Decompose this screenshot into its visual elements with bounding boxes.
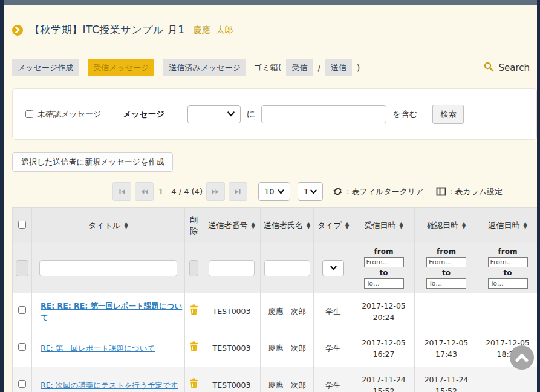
confirmed-cell: 2017-12-05 17:43: [415, 330, 478, 367]
sender-name-filter-input[interactable]: [264, 260, 310, 276]
table-tools-legend: : 表フィルタークリア : 表カラム設定: [333, 186, 503, 197]
header-link-surname[interactable]: 慶應: [194, 25, 210, 36]
sort-icon: ▲▼: [523, 222, 527, 229]
unread-only-checkbox[interactable]: [25, 110, 33, 118]
sender-no-filter-input[interactable]: [209, 260, 255, 276]
unread-only-label: 未確認メッセージ: [37, 109, 101, 120]
message-title-link[interactable]: RE: RE: RE: 第一回レポート課題について: [41, 301, 182, 322]
filter-clear-label: : 表フィルタークリア: [346, 186, 424, 197]
sender-no-cell: TEST0003: [203, 330, 261, 367]
confirmed-cell: [415, 293, 478, 330]
trash-icon[interactable]: [189, 341, 198, 352]
header-sender-no[interactable]: 送信者番号▲▼: [203, 208, 261, 243]
page-range-label: 1 - 4 / 4 (4): [158, 187, 203, 196]
trash-label-open: ゴミ箱(: [253, 62, 281, 73]
row-checkbox[interactable]: [18, 306, 26, 314]
trash-sent-button[interactable]: 送信: [325, 59, 352, 76]
sent-tab[interactable]: 送信済みメッセージ: [163, 59, 246, 76]
title-filter-input[interactable]: [39, 260, 177, 276]
confirmed-cell: 2017-11-24 15:52: [415, 367, 478, 392]
replied-to-input[interactable]: [488, 278, 528, 289]
sort-icon: ▲▼: [462, 222, 466, 229]
search-toggle[interactable]: Search: [484, 62, 530, 74]
header-select-all: [13, 208, 32, 243]
table-row: RE: 次回の講義にテストを行う予定です TEST0003 慶應 次郎 学生 2…: [13, 367, 538, 392]
pagination-bar: 1 - 4 / 4 (4) 10 1 : 表フィルタークリア: [112, 182, 537, 201]
received-to-input[interactable]: [364, 278, 404, 289]
refresh-icon[interactable]: [333, 186, 343, 197]
sort-icon: ▲▼: [345, 222, 349, 229]
table-row: RE: 第一回レポート課題について TEST0003 慶應 次郎 学生 2017…: [13, 330, 538, 367]
chevron-right-circle-icon: [12, 25, 23, 36]
select-all-checkbox[interactable]: [18, 221, 26, 229]
message-toolbar: メッセージ作成 受信メッセージ 送信済みメッセージ ゴミ箱( 受信 / 送信 )…: [12, 59, 537, 76]
trash-icon[interactable]: [189, 378, 198, 389]
page-size-select[interactable]: 10: [258, 182, 290, 201]
header-type[interactable]: タイプ▲▼: [314, 208, 353, 243]
confirmed-from-input[interactable]: [426, 257, 466, 267]
sender-name-cell: 慶應 次郎: [261, 330, 314, 367]
previous-page-button[interactable]: [135, 182, 154, 201]
message-filter-panel: 未確認メッセージ メッセージ に を含む 検索: [12, 88, 537, 140]
header-title[interactable]: タイトル▲▼: [32, 208, 185, 243]
chevron-up-icon: [515, 353, 529, 362]
sort-icon: ▲▼: [251, 222, 255, 229]
inbox-tab[interactable]: 受信メッセージ: [88, 59, 154, 76]
message-title-link[interactable]: RE: 次回の講義にテストを行う予定です: [41, 381, 178, 390]
header-received[interactable]: 受信日時▲▼: [353, 208, 415, 243]
contains-label: を含む: [392, 109, 417, 120]
trash-group: ゴミ箱( 受信 / 送信 ): [253, 59, 360, 76]
new-message-to-selected-button[interactable]: 選択した送信者に新規メッセージを作成: [12, 152, 173, 172]
next-page-button[interactable]: [206, 182, 225, 201]
sender-name-cell: 慶應 次郎: [261, 367, 314, 392]
search-label: Search: [498, 62, 530, 73]
page-number-value: 1: [304, 187, 308, 196]
message-title-link[interactable]: RE: 第一回レポート課題について: [41, 344, 155, 353]
window-top-bar: [0, 0, 540, 5]
scroll-to-top-button[interactable]: [510, 345, 534, 370]
replied-from-input[interactable]: [488, 257, 528, 267]
received-cell: 2017-12-05 20:24: [353, 293, 415, 330]
trash-received-button[interactable]: 受信: [286, 59, 313, 76]
first-page-button[interactable]: [112, 182, 131, 201]
table-header-row: タイトル▲▼ 削除 送信者番号▲▼ 送信者氏名▲▼ タイプ▲▼ 受信日時▲▼ 確…: [13, 208, 538, 243]
sender-no-cell: TEST0003: [203, 293, 261, 330]
received-from-input[interactable]: [364, 257, 404, 267]
table-filter-row: from to from to from: [13, 243, 538, 293]
message-field-select[interactable]: [187, 105, 241, 123]
filter-delete-placeholder: [189, 260, 198, 276]
replied-date-filter: from to: [480, 247, 536, 289]
row-checkbox[interactable]: [18, 343, 26, 351]
page-number-select[interactable]: 1: [298, 182, 323, 201]
trash-icon[interactable]: [189, 304, 198, 315]
confirmed-date-filter: from to: [416, 247, 477, 289]
received-date-filter: from to: [354, 247, 413, 289]
sender-no-cell: TEST0003: [203, 367, 261, 392]
search-icon: [484, 62, 494, 74]
sender-name-cell: 慶應 次郎: [261, 293, 314, 330]
header-sender-name[interactable]: 送信者氏名▲▼: [261, 208, 314, 243]
column-settings-icon[interactable]: [436, 187, 446, 196]
row-checkbox[interactable]: [18, 380, 26, 388]
column-settings-label: : 表カラム設定: [450, 186, 503, 197]
message-field-label: メッセージ: [123, 109, 164, 120]
header-divider: [12, 45, 537, 45]
page-title: 【秋学期】ITC授業サンプル 月1: [30, 23, 185, 37]
header-delete: 削除: [185, 208, 203, 243]
compose-row: 選択した送信者に新規メッセージを作成: [12, 152, 537, 172]
header-replied[interactable]: 返信日時▲▼: [478, 208, 538, 243]
type-filter-select[interactable]: [322, 260, 344, 276]
last-page-button[interactable]: [229, 182, 247, 201]
sort-icon: ▲▼: [125, 222, 128, 229]
keyword-input[interactable]: [261, 105, 386, 123]
compose-message-button[interactable]: メッセージ作成: [12, 59, 79, 76]
page-content: 【秋学期】ITC授業サンプル 月1 慶應 太郎 メッセージ作成 受信メッセージ …: [4, 5, 537, 392]
header-confirmed[interactable]: 確認日時▲▼: [415, 208, 478, 243]
confirmed-to-input[interactable]: [426, 278, 466, 289]
window-right-edge: [537, 0, 540, 392]
page-size-value: 10: [264, 187, 275, 196]
header-link-givenname[interactable]: 太郎: [216, 25, 233, 36]
filter-search-button[interactable]: 検索: [432, 105, 464, 124]
sort-icon: ▲▼: [399, 222, 403, 229]
trash-separator: /: [317, 63, 320, 73]
